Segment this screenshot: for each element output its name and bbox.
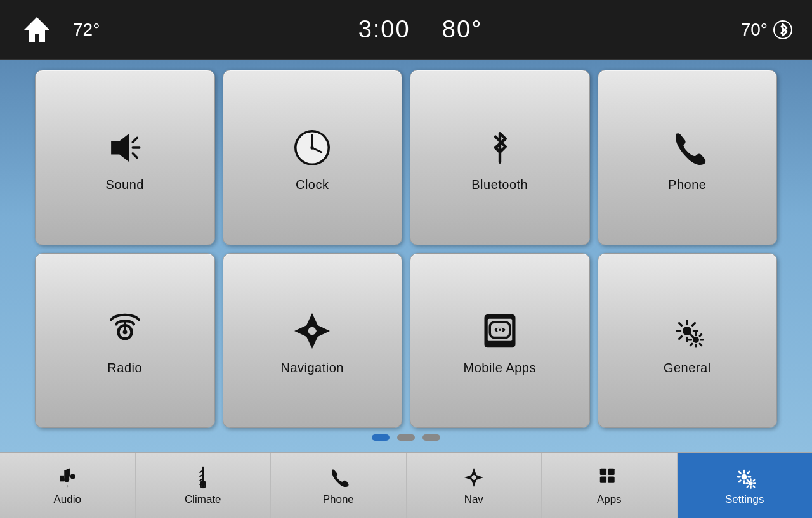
nav-climate[interactable]: Climate xyxy=(136,453,272,518)
nav-star-icon xyxy=(462,465,486,489)
nav-phone-label: Phone xyxy=(323,493,354,506)
radio-icon xyxy=(103,309,147,353)
svg-rect-31 xyxy=(600,469,606,475)
nav-audio[interactable]: ♪ Audio xyxy=(0,453,136,518)
radio-label: Radio xyxy=(107,361,142,375)
svg-rect-33 xyxy=(600,476,606,482)
main-content: Sound Clock Bluetooth Phone xyxy=(0,60,812,452)
temp-left: 72° xyxy=(73,20,100,40)
nav-nav[interactable]: Nav xyxy=(407,453,542,518)
nav-settings[interactable]: Settings xyxy=(678,453,813,518)
nav-phone[interactable]: Phone xyxy=(271,453,407,518)
phone-top-label: Phone xyxy=(668,178,706,192)
status-center: 3:00 80° xyxy=(358,16,483,43)
sound-label: Sound xyxy=(106,178,144,192)
radio-button[interactable]: Radio xyxy=(35,253,215,429)
svg-text:♪: ♪ xyxy=(66,484,69,489)
bluetooth-status-icon xyxy=(773,20,793,40)
pagination-dot-2[interactable] xyxy=(397,434,415,441)
svg-rect-30 xyxy=(201,481,205,485)
nav-climate-label: Climate xyxy=(185,493,221,506)
bluetooth-label: Bluetooth xyxy=(471,178,528,192)
mobile-apps-label: Mobile Apps xyxy=(464,361,536,375)
mobile-apps-button[interactable]: Mobile Apps xyxy=(410,253,590,429)
pagination-dot-1[interactable] xyxy=(372,434,390,441)
pagination xyxy=(372,434,440,441)
phone-top-icon xyxy=(665,126,709,170)
svg-marker-0 xyxy=(24,17,49,42)
mobile-apps-icon xyxy=(478,309,522,353)
clock-label: Clock xyxy=(296,178,329,192)
svg-point-18 xyxy=(499,328,501,331)
nav-apps-label: Apps xyxy=(597,493,622,506)
apps-grid-icon xyxy=(597,465,621,489)
audio-icon: ♪ xyxy=(55,465,79,489)
temp-center: 80° xyxy=(442,16,482,42)
sound-button[interactable]: Sound xyxy=(35,70,215,245)
nav-apps[interactable]: Apps xyxy=(542,453,678,518)
bottom-nav: ♪ Audio Climate Phone Nav xyxy=(0,452,812,518)
nav-audio-label: Audio xyxy=(54,493,81,506)
bluetooth-icon xyxy=(478,126,522,170)
time-display: 3:00 xyxy=(358,16,410,42)
settings-gear-icon xyxy=(733,465,757,489)
svg-line-3 xyxy=(133,138,137,143)
svg-point-20 xyxy=(693,337,699,343)
nav-nav-label: Nav xyxy=(464,493,483,506)
app-grid: Sound Clock Bluetooth Phone xyxy=(35,70,777,428)
sound-icon xyxy=(103,126,147,170)
status-bar: 72° 3:00 80° 70° xyxy=(0,0,812,60)
svg-rect-32 xyxy=(608,469,615,475)
svg-point-22 xyxy=(70,474,75,479)
general-icon xyxy=(665,309,709,353)
svg-point-36 xyxy=(749,481,752,485)
climate-icon xyxy=(191,465,215,489)
status-right: 70° xyxy=(741,20,793,40)
svg-point-21 xyxy=(65,477,70,482)
pagination-dot-3[interactable] xyxy=(422,434,440,441)
navigation-icon xyxy=(290,309,334,353)
home-button[interactable] xyxy=(19,14,54,46)
navigation-button[interactable]: Navigation xyxy=(223,253,403,429)
phone-top-button[interactable]: Phone xyxy=(598,70,778,245)
svg-marker-2 xyxy=(111,134,129,163)
clock-button[interactable]: Clock xyxy=(223,70,403,245)
nav-settings-label: Settings xyxy=(725,493,764,506)
temp-right: 70° xyxy=(741,20,768,40)
svg-line-5 xyxy=(133,153,137,158)
svg-rect-34 xyxy=(608,476,615,482)
svg-point-35 xyxy=(741,474,747,480)
clock-icon xyxy=(290,126,334,170)
general-button[interactable]: General xyxy=(598,253,778,429)
phone-nav-icon xyxy=(326,465,350,489)
bluetooth-button[interactable]: Bluetooth xyxy=(410,70,590,245)
navigation-label: Navigation xyxy=(280,361,344,375)
general-label: General xyxy=(664,361,711,375)
